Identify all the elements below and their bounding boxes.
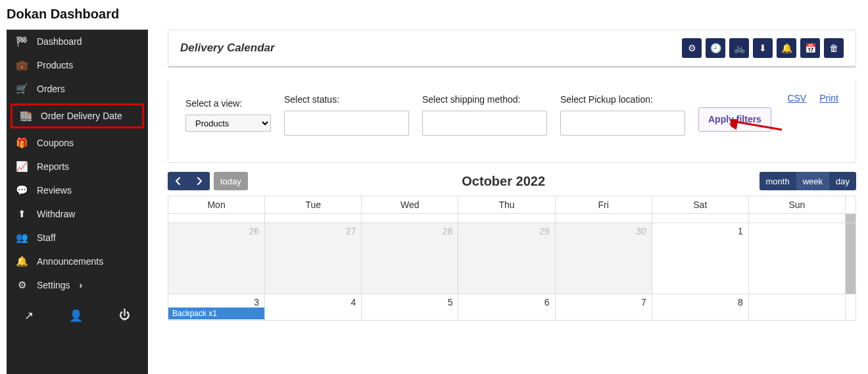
sidebar-footer: ↗👤⏻ [7,297,148,334]
day-header: Thu [458,196,555,214]
day-number: 26 [249,226,260,236]
calendar-event[interactable]: Backpack x1 [168,307,264,319]
sidebar-item-products[interactable]: 💼Products [7,53,148,77]
scrollbar[interactable] [846,223,856,294]
day-number: 7 [641,297,646,307]
scrollbar[interactable] [846,294,856,321]
csv-link[interactable]: CSV [787,93,806,103]
tachometer-icon: 🏁 [16,36,28,47]
prev-button[interactable] [168,172,189,190]
calendar-cell[interactable]: 6 [458,294,555,321]
calendar-cell[interactable]: 7 [555,294,652,321]
calendar-cell[interactable]: 1 [652,223,748,294]
sidebar-item-withdraw[interactable]: ⬆Withdraw [7,202,148,226]
cog-icon[interactable]: ⚙ [682,38,702,58]
calendar-cell[interactable] [748,294,845,321]
briefcase-icon: 💼 [16,59,28,71]
sidebar-item-announcements[interactable]: 🔔Announcements [7,250,148,273]
clock-icon[interactable]: 🕘 [706,38,725,58]
calendar-cell[interactable]: 8 [652,294,748,321]
archive-icon[interactable]: 🗑 [824,38,844,58]
sidebar-item-orders[interactable]: 🛒Orders [7,77,148,101]
panel-header: Delivery Calendar ⚙🕘🚲⬇🔔📅🗑 [168,30,856,68]
day-header: Sun [748,196,845,214]
scrollbar[interactable] [846,196,856,214]
print-link[interactable]: Print [819,93,838,103]
status-input[interactable] [284,111,409,136]
main-content: Delivery Calendar ⚙🕘🚲⬇🔔📅🗑 Select a view:… [148,30,868,374]
sidebar-item-label: Dashboard [37,36,82,47]
pickup-input[interactable] [560,111,685,136]
sidebar-item-staff[interactable]: 👥Staff [7,226,148,250]
calendar-cell[interactable]: 26 [168,223,265,294]
download-icon[interactable]: ⬇ [753,38,773,58]
sidebar-item-coupons[interactable]: 🎁Coupons [7,131,148,155]
chart-icon: 📈 [16,161,28,173]
sidebar-item-reports[interactable]: 📈Reports [7,155,148,178]
bell-icon: 🔔 [16,255,28,267]
day-number: 27 [346,226,356,236]
calendar-toolbar: today October 2022 month week day [168,172,856,190]
apply-filters-button[interactable]: Apply filters [698,107,771,131]
sidebar-item-label: Products [37,60,73,70]
sidebar-item-reviews[interactable]: 💬Reviews [7,178,148,202]
calendar-title: October 2022 [248,174,760,189]
sidebar-item-label: Reports [37,161,69,172]
day-number: 28 [443,226,453,236]
bell-icon[interactable]: 🔔 [777,38,796,58]
shipping-input[interactable] [422,111,547,136]
view-switch: month week day [760,172,856,190]
day-header: Wed [362,196,458,214]
header-icon-row: ⚙🕘🚲⬇🔔📅🗑 [682,38,844,58]
gift-icon: 🎁 [16,137,28,149]
view-month[interactable]: month [760,172,796,190]
pickup-label: Select Pickup location: [560,94,685,105]
calendar-cell[interactable] [748,223,845,294]
store-icon: 🏬 [20,110,32,122]
calendar-grid: MonTueWedThuFriSatSun 262728293013Backpa… [168,196,856,321]
view-label: Select a view: [185,98,271,109]
sidebar-item-label: Reviews [37,185,72,196]
users-icon: 👥 [16,232,28,244]
user-icon[interactable]: 👤 [69,309,83,323]
calendar-cell[interactable]: 29 [458,223,555,294]
day-header: Tue [265,196,362,214]
calendar-icon[interactable]: 📅 [800,38,820,58]
power-icon[interactable]: ⏻ [119,309,130,323]
calendar-cell[interactable]: 27 [265,223,362,294]
calendar-cell[interactable]: 5 [362,294,458,321]
sidebar-item-label: Withdraw [37,209,75,219]
calendar-cell[interactable]: 30 [555,223,652,294]
day-number: 4 [350,297,356,307]
sidebar-item-order-delivery-date[interactable]: 🏬Order Delivery Date [11,103,144,128]
cart-icon: 🛒 [16,83,28,95]
calendar-cell[interactable]: 4 [265,294,362,321]
panel-title: Delivery Calendar [180,41,275,55]
chevron-right-icon: › [80,280,83,290]
cog-icon: ⚙ [16,279,28,291]
sidebar-item-label: Orders [37,84,65,94]
status-label: Select status: [284,94,409,105]
filter-row: Select a view: Products Select status: S… [168,80,856,163]
bicycle-icon[interactable]: 🚲 [729,38,749,58]
next-button[interactable] [189,172,210,190]
sidebar-item-settings[interactable]: ⚙Settings› [7,273,148,297]
view-week[interactable]: week [796,172,829,190]
calendar-cell[interactable]: 3Backpack x1 [168,294,265,321]
view-day[interactable]: day [829,172,856,190]
sidebar-item-label: Settings [37,280,70,290]
sidebar-item-label: Announcements [37,256,103,267]
today-button[interactable]: today [214,172,248,190]
calendar-cell[interactable]: 28 [362,223,458,294]
sidebar-item-dashboard[interactable]: 🏁Dashboard [7,30,148,53]
day-number: 6 [544,297,550,307]
external-link-icon[interactable]: ↗ [24,309,34,323]
day-number: 5 [448,297,453,307]
view-select[interactable]: Products [185,115,271,132]
day-number: 1 [738,226,743,236]
day-number: 30 [636,226,646,236]
sidebar-item-label: Order Delivery Date [41,111,122,121]
sidebar: 🏁Dashboard💼Products🛒Orders🏬Order Deliver… [7,30,148,374]
sidebar-item-label: Staff [37,232,56,243]
upload-icon: ⬆ [16,208,28,220]
